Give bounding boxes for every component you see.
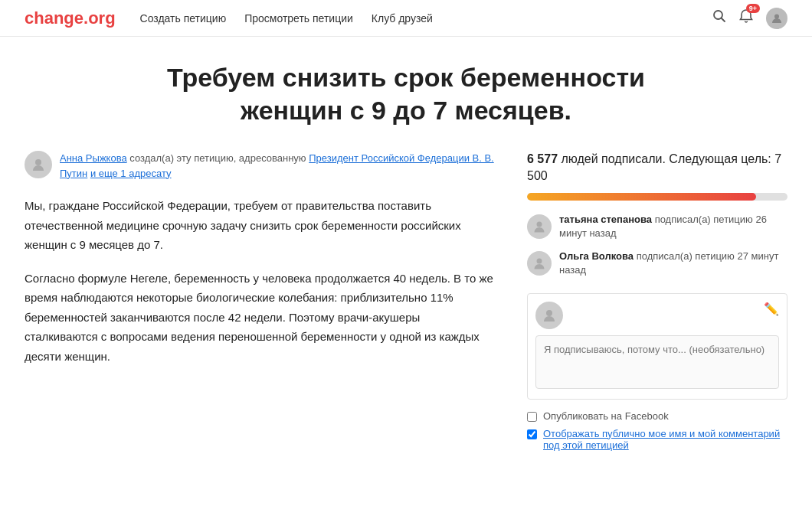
commenter-avatar — [535, 302, 563, 329]
notification-badge: 9+ — [746, 4, 760, 13]
signer-action-1: подписал(а) петицию — [655, 214, 753, 225]
signer-item-2: Ольга Волкова подписал(а) петицию 27 мин… — [527, 250, 787, 277]
public-checkbox-text: Отображать публично мое имя и мой коммен… — [543, 428, 780, 451]
signer-avatar-2 — [527, 251, 552, 276]
author-info: Анна Рыжкова создал(а) эту петицию, адре… — [60, 151, 496, 181]
facebook-checkbox-row: Опубликовать на Facebook — [527, 410, 787, 422]
comment-header: ✏️ — [535, 302, 779, 329]
petition-body: Мы, граждане Российской Федерации, требу… — [25, 196, 496, 366]
signature-count-block: 6 577 людей подписали. Следующая цель: 7… — [527, 151, 787, 185]
notifications-icon[interactable]: 9+ — [738, 8, 754, 28]
facebook-checkbox-label[interactable]: Опубликовать на Facebook — [543, 410, 669, 422]
public-checkbox[interactable] — [527, 429, 537, 439]
signer-item: татьяна степанова подписал(а) петицию 26… — [527, 213, 787, 240]
signer-avatar-1 — [527, 214, 552, 239]
nav-browse-petitions[interactable]: Просмотреть петиции — [244, 12, 353, 24]
signer-info-2: Ольга Волкова подписал(а) петицию 27 мин… — [559, 250, 787, 277]
author-name-link[interactable]: Анна Рыжкова — [60, 152, 127, 164]
recipient-extra-link[interactable]: и еще 1 адресату — [90, 168, 172, 179]
author-section: Анна Рыжкова создал(а) эту петицию, адре… — [25, 151, 496, 181]
signers-list: татьяна степанова подписал(а) петицию 26… — [527, 213, 787, 278]
petition-content: Анна Рыжкова создал(а) эту петицию, адре… — [25, 151, 496, 457]
svg-point-2 — [774, 14, 779, 18]
svg-point-3 — [35, 159, 41, 165]
svg-point-5 — [537, 259, 542, 264]
signature-number: 6 577 — [527, 152, 558, 165]
nav-friends-club[interactable]: Клуб друзей — [372, 12, 433, 24]
edit-icon[interactable]: ✏️ — [764, 302, 779, 316]
progress-bar-fill — [527, 193, 756, 201]
svg-line-1 — [722, 18, 725, 22]
comment-section: ✏️ — [527, 293, 787, 400]
user-avatar[interactable] — [766, 8, 787, 29]
signature-panel: 6 577 людей подписали. Следующая цель: 7… — [527, 151, 787, 457]
author-avatar — [25, 151, 52, 178]
petition-title: Требуем снизить срок беременности женщин… — [138, 61, 674, 126]
svg-point-6 — [546, 310, 552, 316]
site-logo[interactable]: change.org — [25, 8, 116, 28]
signer-name-1: татьяна степанова — [559, 214, 652, 225]
facebook-checkbox[interactable] — [527, 412, 537, 422]
body-paragraph-2: Согласно формуле Негеле, беременность у … — [25, 269, 496, 367]
body-paragraph-1: Мы, граждане Российской Федерации, требу… — [25, 196, 496, 255]
comment-textarea[interactable] — [535, 335, 779, 389]
signer-action-2: подписал(а) петицию — [637, 250, 735, 262]
signer-info-1: татьяна степанова подписал(а) петицию 26… — [559, 213, 787, 240]
search-icon[interactable] — [712, 9, 726, 27]
signer-name-2: Ольга Волкова — [559, 250, 634, 262]
progress-bar-background — [527, 193, 787, 201]
public-checkbox-label[interactable]: Отображать публично мое имя и мой коммен… — [543, 428, 787, 451]
public-checkbox-row: Отображать публично мое имя и мой коммен… — [527, 428, 787, 451]
svg-point-4 — [537, 221, 542, 227]
nav-create-petition[interactable]: Создать петицию — [140, 12, 227, 24]
